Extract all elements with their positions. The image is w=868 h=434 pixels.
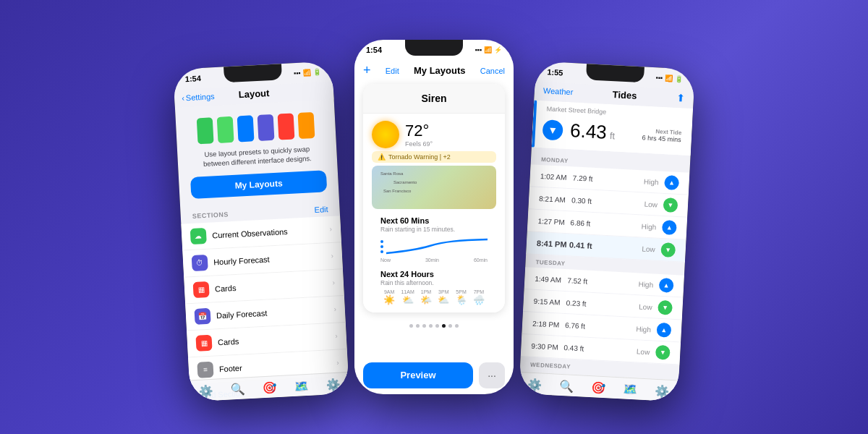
hl-mon-1: High <box>644 177 659 186</box>
battery-icon-left: 🔋 <box>312 68 321 76</box>
ft-mon-3: 6.86 ft <box>570 218 642 230</box>
hour-9am: 9AM ☀️ <box>383 289 395 305</box>
hour-1pm: 1PM 🌤️ <box>420 289 432 305</box>
weather-back-button[interactable]: Weather <box>543 86 574 96</box>
badge-mon-3: ▲ <box>662 220 677 235</box>
dot-5 <box>435 324 439 328</box>
label-current-obs: Current Observations <box>212 225 324 239</box>
tab-search[interactable]: 🔍 <box>230 382 245 396</box>
hour-emoji-1pm: 🌤️ <box>420 294 432 305</box>
alert-bar[interactable]: ⚠️ Tornado Warning | +2 <box>372 151 496 163</box>
hour-label-9am: 9AM <box>383 289 395 294</box>
map-label-sf: Santa Rosa <box>380 171 403 176</box>
edit-layouts-button[interactable]: Edit <box>386 67 399 75</box>
more-button[interactable]: ··· <box>479 362 505 388</box>
tab-gear[interactable]: ⚙️ <box>198 384 213 399</box>
hour-5pm: 5PM 🌦️ <box>456 289 467 305</box>
icon-hourly: ⏱ <box>192 255 208 271</box>
sections-edit[interactable]: Edit <box>314 205 328 214</box>
ft-tue-3: 6.76 ft <box>565 321 637 333</box>
hour-label-7pm: 7PM <box>473 289 485 294</box>
dot-8 <box>455 324 459 328</box>
tab-map-right[interactable]: 🗺️ <box>623 382 638 396</box>
sun-icon <box>372 121 399 148</box>
icon-orange <box>298 112 315 139</box>
tab-search-right[interactable]: 🔍 <box>559 379 574 393</box>
badge-tue-1: ▲ <box>659 278 674 293</box>
hour-11am: 11AM ⛅ <box>401 289 414 305</box>
icon-daily: 📅 <box>194 307 210 324</box>
weather-display: 72° Feels 69° ⚠️ Tornado Warning | +2 Sa… <box>363 114 505 312</box>
notch-center <box>405 40 463 56</box>
time-mon-1: 1:02 AM <box>540 172 574 182</box>
chevron-daily: › <box>333 305 336 313</box>
tides-content: Market Street Bridge ▼ 6.43 ft Next Tide… <box>519 100 693 383</box>
chart-time-labels: Now 30min 60min <box>380 256 488 264</box>
next60-subtitle: Rain starting in 15 minutes. <box>380 226 488 233</box>
hl-tue-4: Low <box>637 347 650 356</box>
dot-7 <box>448 324 452 328</box>
badge-mon-1: ▲ <box>664 175 679 190</box>
chevron-current-obs: › <box>329 225 332 233</box>
tab-settings-active[interactable]: ⚙️ <box>326 378 341 392</box>
center-nav: + Edit My Layouts Cancel <box>354 60 514 84</box>
signal-icon-right: ▪▪▪ <box>655 74 663 81</box>
status-icons-center: ▪▪▪ 📶 ⚡ <box>475 46 502 54</box>
monday-section: MONDAY 1:02 AM 7.29 ft High ▲ 8:21 AM 0.… <box>526 151 690 262</box>
rain-dot-3 <box>380 250 383 253</box>
preview-button[interactable]: Preview <box>363 362 473 388</box>
next-60-section: Next 60 Mins Rain starting in 15 minutes… <box>372 212 496 267</box>
hl-tue-3: High <box>636 325 651 333</box>
icon-footer: ≡ <box>197 361 213 378</box>
time-mon-2: 8:21 AM <box>539 195 572 204</box>
label-now: Now <box>380 258 391 263</box>
tab-gear-right[interactable]: ⚙️ <box>527 378 542 392</box>
icon-cards-1: ▦ <box>193 281 210 297</box>
phone-center: 1:54 ▪▪▪ 📶 ⚡ + Edit My Layouts Cancel Si… <box>354 40 514 394</box>
phone-left: 1:54 ▪▪▪ 📶 🔋 ‹ Settings Layout Use layou… <box>173 61 349 402</box>
weather-info: 72° Feels 69° <box>405 122 433 148</box>
sections-label: SECTIONS <box>192 210 229 220</box>
rain-chart <box>380 236 488 256</box>
rain-dot-2 <box>380 245 383 248</box>
label-30min: 30min <box>425 258 439 263</box>
hl-tue-2: Low <box>639 302 652 311</box>
temperature: 72° <box>405 122 433 140</box>
signal-icon-center: ▪▪▪ <box>475 46 482 54</box>
hour-emoji-5pm: 🌦️ <box>456 294 467 305</box>
layout-card-name: Siren <box>363 84 505 114</box>
notch-left <box>224 64 282 82</box>
rain-curve-chart <box>386 236 488 256</box>
hour-emoji-11am: ⛅ <box>401 294 414 305</box>
tab-target-right[interactable]: 🎯 <box>591 380 606 395</box>
next24-subtitle: Rain this afternoon. <box>380 279 488 286</box>
tab-map[interactable]: 🗺️ <box>294 379 309 393</box>
tuesday-section: TUESDAY 1:49 AM 7.52 ft High ▲ 9:15 AM 0… <box>521 254 685 365</box>
next24-title: Next 24 Hours <box>380 270 488 278</box>
badge-tue-4: ▼ <box>655 345 671 360</box>
status-time-center: 1:54 <box>366 46 382 54</box>
cancel-button-center[interactable]: Cancel <box>480 67 505 75</box>
label-daily: Daily Forecast <box>216 305 328 320</box>
tide-current-value-group: 6.43 ft <box>569 119 616 144</box>
center-nav-title: My Layouts <box>414 65 466 76</box>
icon-green <box>197 117 214 144</box>
share-button[interactable]: ⬆ <box>676 92 685 104</box>
tide-value: 6.43 <box>569 119 607 143</box>
dot-2 <box>416 324 420 328</box>
alert-icon: ⚠️ <box>378 153 386 161</box>
center-screen: 1:54 ▪▪▪ 📶 ⚡ + Edit My Layouts Cancel Si… <box>354 40 514 394</box>
back-button-left[interactable]: ‹ Settings <box>182 92 215 102</box>
chevron-left-icon: ‹ <box>182 93 184 102</box>
tab-settings-right[interactable]: ⚙️ <box>655 384 670 399</box>
tab-target[interactable]: 🎯 <box>262 380 277 395</box>
ellipsis-icon: ··· <box>488 370 496 381</box>
next-tide-info: Next Tide 6 hrs 45 mins <box>642 127 682 143</box>
notch-right <box>586 64 644 82</box>
icon-cards-2: ▦ <box>195 334 212 351</box>
hour-3pm: 3PM ⛅ <box>438 289 449 305</box>
status-time-left: 1:54 <box>185 74 202 83</box>
add-layout-button[interactable]: + <box>363 63 371 78</box>
battery-icon-center: ⚡ <box>494 46 502 54</box>
status-time-right: 1:55 <box>547 67 563 77</box>
